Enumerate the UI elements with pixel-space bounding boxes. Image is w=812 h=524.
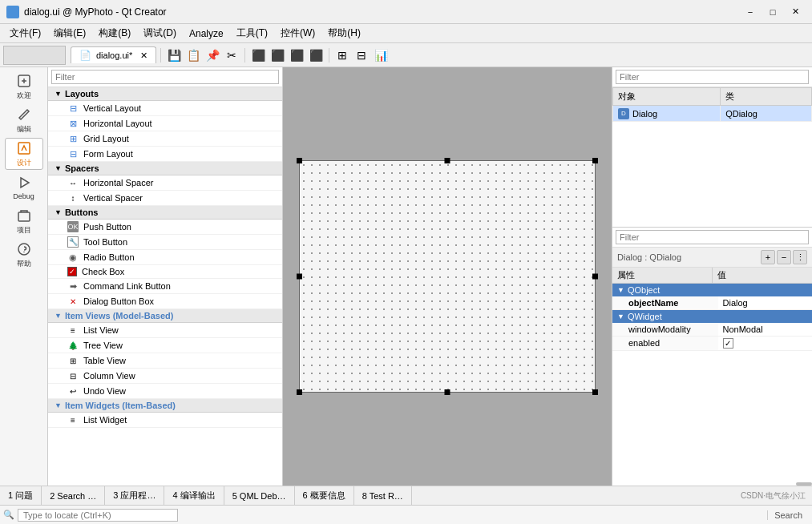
menu-widgets[interactable]: 控件(W)	[274, 25, 321, 42]
item-undo-view[interactable]: ↩ Undo View	[48, 384, 282, 399]
toolbar-align-right-button[interactable]: ⬛	[288, 46, 305, 64]
item-tool-button[interactable]: 🔧 Tool Button	[48, 235, 282, 250]
section-item-views[interactable]: ▼ Item Views (Model-Based)	[48, 309, 282, 323]
canvas-container[interactable]	[283, 67, 612, 486]
menu-edit[interactable]: 编辑(E)	[47, 25, 92, 42]
menu-tools[interactable]: 工具(T)	[230, 25, 274, 42]
item-check-box[interactable]: ✓ Check Box	[48, 265, 282, 279]
menu-debug[interactable]: 调试(D)	[137, 25, 183, 42]
design-canvas[interactable]	[299, 160, 596, 393]
handle-top-middle[interactable]	[445, 158, 450, 163]
menu-build[interactable]: 构建(B)	[92, 25, 137, 42]
toolbar-align-center-button[interactable]: ⬛	[269, 46, 286, 64]
object-filter-input[interactable]	[616, 70, 809, 84]
item-grid-layout[interactable]: ⊞ Grid Layout	[48, 131, 282, 147]
widget-filter-input[interactable]	[51, 70, 279, 84]
spacers-label: Spacers	[65, 163, 99, 173]
horizontal-layout-label: Horizontal Layout	[83, 119, 152, 128]
item-list-view[interactable]: ≡ List View	[48, 323, 282, 338]
prop-filter-input[interactable]	[616, 230, 809, 244]
handle-middle-left[interactable]	[297, 274, 302, 280]
handle-top-right[interactable]	[592, 158, 598, 163]
status-test[interactable]: 8 Test R…	[354, 486, 412, 505]
toolbar-paste-button[interactable]: 📌	[204, 46, 221, 64]
props-buttons: + − ⋮	[761, 250, 807, 264]
toolbar-save-button[interactable]: 💾	[165, 46, 183, 64]
toolbar-form-button[interactable]: 📊	[372, 46, 390, 64]
sidebar-item-welcome[interactable]: 欢迎	[5, 71, 43, 103]
undo-view-label: Undo View	[83, 386, 126, 396]
status-general[interactable]: 6 概要信息	[295, 486, 354, 505]
status-search[interactable]: 2 Search …	[42, 486, 105, 505]
item-command-link-button[interactable]: ➡ Command Link Button	[48, 279, 282, 294]
item-form-layout[interactable]: ⊟ Form Layout	[48, 147, 282, 162]
status-qml[interactable]: 5 QML Deb…	[224, 486, 295, 505]
object-class-cell: QDialog	[721, 106, 812, 122]
handle-middle-right[interactable]	[592, 274, 598, 280]
horizontal-layout-icon: ⊠	[67, 118, 79, 129]
prop-windowmodality-value[interactable]: NonModal	[718, 323, 813, 336]
status-compile[interactable]: 4 编译输出	[164, 486, 224, 505]
tab-close-icon[interactable]: ✕	[140, 50, 147, 61]
status-app[interactable]: 3 应用程…	[105, 486, 164, 505]
sidebar-item-help[interactable]: 帮助	[5, 239, 43, 271]
prop-objectname-value[interactable]: Dialog	[718, 296, 813, 309]
item-tree-view[interactable]: 🌲 Tree View	[48, 338, 282, 353]
minimize-button[interactable]: −	[740, 4, 761, 20]
props-more-button[interactable]: ⋮	[793, 250, 807, 264]
file-tab[interactable]: 📄 dialog.ui* ✕	[71, 46, 156, 63]
item-horizontal-spacer[interactable]: ↔ Horizontal Spacer	[48, 175, 282, 191]
menu-file[interactable]: 文件(F)	[3, 25, 47, 42]
toolbar-copy-button[interactable]: 📋	[184, 46, 202, 64]
section-buttons[interactable]: ▼ Buttons	[48, 206, 282, 220]
item-vertical-layout[interactable]: ⊟ Vertical Layout	[48, 101, 282, 116]
section-layouts[interactable]: ▼ Layouts	[48, 87, 282, 101]
toolbar-grid-button[interactable]: ⊞	[333, 46, 351, 64]
toolbar-distribute-button[interactable]: ⬛	[307, 46, 325, 64]
status-problems[interactable]: 1 问题	[0, 486, 42, 505]
handle-bottom-right[interactable]	[592, 389, 598, 395]
list-view-icon: ≡	[67, 324, 79, 336]
maximize-button[interactable]: □	[762, 4, 783, 20]
item-vertical-spacer[interactable]: ↕ Vertical Spacer	[48, 191, 282, 206]
menu-analyze[interactable]: Analyze	[183, 26, 230, 41]
search-label[interactable]: Search	[767, 510, 809, 520]
vertical-spacer-icon: ↕	[67, 192, 79, 204]
toolbar-cut-button[interactable]: ✂	[223, 46, 240, 64]
sidebar-item-debug[interactable]: Debug	[5, 171, 43, 204]
close-button[interactable]: ✕	[785, 4, 806, 20]
enabled-checkbox[interactable]: ✓	[723, 338, 733, 349]
sidebar-item-edit[interactable]: 编辑	[5, 104, 43, 136]
item-widgets-label: Item Widgets (Item-Based)	[65, 401, 176, 410]
item-table-view[interactable]: ⊞ Table View	[48, 353, 282, 369]
menu-help[interactable]: 帮助(H)	[321, 25, 367, 42]
handle-top-left[interactable]	[297, 158, 302, 163]
handle-bottom-left[interactable]	[297, 389, 302, 395]
sidebar-item-design[interactable]: 设计	[5, 138, 43, 170]
item-horizontal-layout[interactable]: ⊠ Horizontal Layout	[48, 116, 282, 131]
props-remove-button[interactable]: −	[777, 250, 791, 264]
item-widgets-arrow: ▼	[55, 401, 62, 409]
toolbar-layout-button[interactable]: ⊟	[353, 46, 370, 64]
scroll-indicator	[612, 482, 812, 486]
prop-enabled-value[interactable]: ✓	[718, 337, 813, 350]
table-row[interactable]: D Dialog QDialog	[613, 106, 812, 122]
status-compile-label: 4 编译输出	[172, 490, 215, 502]
item-push-button[interactable]: OK Push Button	[48, 220, 282, 235]
edit-icon	[16, 107, 32, 123]
item-column-view[interactable]: ⊟ Column View	[48, 369, 282, 384]
handle-bottom-middle[interactable]	[445, 389, 450, 395]
locate-input[interactable]	[18, 509, 178, 522]
sidebar-item-projects[interactable]: 项目	[5, 205, 43, 237]
section-item-widgets[interactable]: ▼ Item Widgets (Item-Based)	[48, 399, 282, 413]
toolbar-align-left-button[interactable]: ⬛	[249, 46, 267, 64]
item-list-widget[interactable]: ≡ List Widget	[48, 413, 282, 428]
section-spacers[interactable]: ▼ Spacers	[48, 162, 282, 175]
prop-filter-container	[612, 228, 812, 248]
item-dialog-button-box[interactable]: ✕ Dialog Button Box	[48, 294, 282, 309]
item-radio-button[interactable]: ◉ Radio Button	[48, 250, 282, 265]
props-add-button[interactable]: +	[761, 250, 775, 264]
toolbar-separator-3	[329, 48, 329, 62]
qobject-label: QObject	[628, 285, 660, 295]
form-layout-icon: ⊟	[67, 148, 79, 159]
